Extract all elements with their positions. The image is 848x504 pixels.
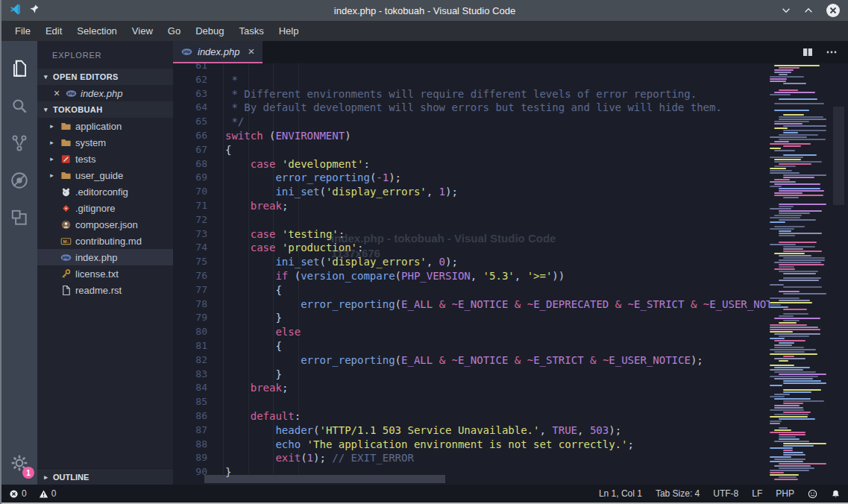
encoding-indicator[interactable]: UTF-8 xyxy=(713,488,738,499)
split-editor-icon[interactable] xyxy=(802,46,814,58)
chevron-collapsed-icon[interactable]: ▸ xyxy=(48,155,56,163)
line-number[interactable]: 78 xyxy=(173,297,225,312)
tree-item-tests[interactable]: ▸tests xyxy=(37,151,173,167)
code-line-76[interactable]: 76 if (version_compare(PHP_VERSION, '5.3… xyxy=(173,269,770,283)
menu-edit[interactable]: Edit xyxy=(38,22,69,40)
vscode-logo-icon[interactable] xyxy=(9,3,22,19)
feedback-smiley-icon[interactable] xyxy=(808,489,817,499)
titlebar[interactable]: index.php - tokobuah - Visual Studio Cod… xyxy=(1,0,848,21)
line-number[interactable]: 66 xyxy=(173,129,225,143)
tab-index-php[interactable]: php index.php × xyxy=(173,41,263,63)
line-number[interactable]: 75 xyxy=(173,255,225,269)
code-line-63[interactable]: 63 * Different environments will require… xyxy=(173,87,770,101)
code-line-61[interactable]: 61 xyxy=(173,63,770,73)
chevron-collapsed-icon[interactable]: ▸ xyxy=(48,139,56,146)
code-line-67[interactable]: 67{ xyxy=(173,143,770,157)
settings-gear-icon[interactable]: 1 xyxy=(10,453,29,476)
line-number[interactable]: 80 xyxy=(173,325,225,339)
code-line-79[interactable]: 79 } xyxy=(173,311,770,325)
eol-indicator[interactable]: LF xyxy=(752,488,762,499)
source-control-icon[interactable] xyxy=(1,125,37,162)
menu-tasks[interactable]: Tasks xyxy=(231,22,271,40)
tree-item-system[interactable]: ▸system xyxy=(37,134,173,151)
menu-file[interactable]: File xyxy=(7,22,38,40)
code-line-66[interactable]: 66switch (ENVIRONMENT) xyxy=(173,129,770,143)
notifications-bell-icon[interactable] xyxy=(831,489,841,499)
outline-header[interactable]: ▸ OUTLINE xyxy=(37,468,173,485)
code-line-64[interactable]: 64 * By default development will show er… xyxy=(173,101,770,115)
line-number[interactable]: 63 xyxy=(173,87,225,101)
problems-errors[interactable]: 0 xyxy=(9,488,27,499)
code-line-70[interactable]: 70 ini_set('display_errors', 1); xyxy=(173,185,770,199)
code-line-74[interactable]: 74 case 'production': xyxy=(173,241,770,255)
line-number[interactable]: 67 xyxy=(173,143,225,157)
line-number[interactable]: 72 xyxy=(173,213,225,227)
pin-icon[interactable] xyxy=(29,4,40,17)
tree-item-composer-json[interactable]: composer.json xyxy=(37,216,173,233)
line-number[interactable]: 77 xyxy=(173,283,225,297)
close-button[interactable] xyxy=(826,3,841,18)
code-line-84[interactable]: 84 break; xyxy=(173,381,770,395)
line-number[interactable]: 81 xyxy=(173,339,225,353)
code-line-89[interactable]: 89 exit(1); // EXIT_ERROR xyxy=(173,451,770,465)
tree-item-user-guide[interactable]: ▸user_guide xyxy=(37,167,173,183)
line-number[interactable]: 69 xyxy=(173,171,225,185)
folder-section-header[interactable]: ▾ TOKOBUAH xyxy=(37,101,173,118)
minimap[interactable] xyxy=(770,63,829,485)
line-number[interactable]: 87 xyxy=(173,423,225,438)
code-line-80[interactable]: 80 else xyxy=(173,325,770,339)
line-number[interactable]: 64 xyxy=(173,101,225,115)
menu-view[interactable]: View xyxy=(125,22,160,40)
line-number[interactable]: 86 xyxy=(173,409,225,423)
code-line-85[interactable]: 85 xyxy=(173,395,770,409)
line-number[interactable]: 70 xyxy=(173,185,225,199)
code-line-77[interactable]: 77 { xyxy=(173,283,770,297)
menu-selection[interactable]: Selection xyxy=(69,22,124,40)
close-icon[interactable]: × xyxy=(52,89,61,98)
cursor-position[interactable]: Ln 1, Col 1 xyxy=(599,488,642,499)
search-icon[interactable] xyxy=(1,87,37,125)
minimize-button[interactable] xyxy=(781,5,791,16)
line-number[interactable]: 61 xyxy=(173,63,225,73)
more-actions-icon[interactable] xyxy=(826,46,838,58)
tree-item-index-php[interactable]: phpindex.php xyxy=(37,249,173,265)
tree-item-license-txt[interactable]: license.txt xyxy=(37,265,173,282)
tree-item-gitignore[interactable]: .gitignore xyxy=(37,200,173,216)
tree-item-readme-rst[interactable]: readme.rst xyxy=(37,282,173,298)
menu-go[interactable]: Go xyxy=(160,22,188,40)
code-line-87[interactable]: 87 header('HTTP/1.1 503 Service Unavaila… xyxy=(173,423,770,438)
vertical-scrollbar[interactable] xyxy=(829,63,848,485)
code-line-71[interactable]: 71 break; xyxy=(173,199,770,213)
code-line-82[interactable]: 82 error_reporting(E_ALL & ~E_NOTICE & ~… xyxy=(173,353,770,368)
line-number[interactable]: 85 xyxy=(173,395,225,409)
language-mode[interactable]: PHP xyxy=(776,488,794,499)
code-line-83[interactable]: 83 } xyxy=(173,368,770,382)
code-line-88[interactable]: 88 echo 'The application environment is … xyxy=(173,438,770,452)
extensions-icon[interactable] xyxy=(1,199,37,236)
line-number[interactable]: 84 xyxy=(173,381,225,395)
open-editor-item[interactable]: × php index.php xyxy=(37,85,173,101)
tree-item-editorconfig[interactable]: .editorconfig xyxy=(37,183,173,200)
line-number[interactable]: 89 xyxy=(173,451,225,465)
chevron-collapsed-icon[interactable]: ▸ xyxy=(48,122,56,130)
line-number[interactable]: 73 xyxy=(173,227,225,242)
open-editors-header[interactable]: ▾ OPEN EDITORS xyxy=(37,69,173,85)
code-line-73[interactable]: 73 case 'testing': xyxy=(173,227,770,242)
code-line-65[interactable]: 65 */ xyxy=(173,115,770,129)
notification-badge[interactable]: 1 xyxy=(22,467,34,479)
code-line-78[interactable]: 78 error_reporting(E_ALL & ~E_NOTICE & ~… xyxy=(173,297,770,312)
explorer-icon[interactable] xyxy=(1,50,37,87)
code-line-69[interactable]: 69 error_reporting(-1); xyxy=(173,171,770,185)
line-number[interactable]: 88 xyxy=(173,438,225,452)
line-number[interactable]: 82 xyxy=(173,353,225,368)
line-number[interactable]: 71 xyxy=(173,199,225,213)
line-number[interactable]: 76 xyxy=(173,269,225,283)
maximize-button[interactable] xyxy=(803,5,814,16)
code-line-81[interactable]: 81 { xyxy=(173,339,770,353)
line-number[interactable]: 79 xyxy=(173,311,225,325)
line-number[interactable]: 74 xyxy=(173,241,225,255)
code-line-86[interactable]: 86 default: xyxy=(173,409,770,423)
code-line-68[interactable]: 68 case 'development': xyxy=(173,157,770,171)
code-line-62[interactable]: 62 * xyxy=(173,73,770,87)
code-editor[interactable]: 6162 *63 * Different environments will r… xyxy=(173,63,848,485)
